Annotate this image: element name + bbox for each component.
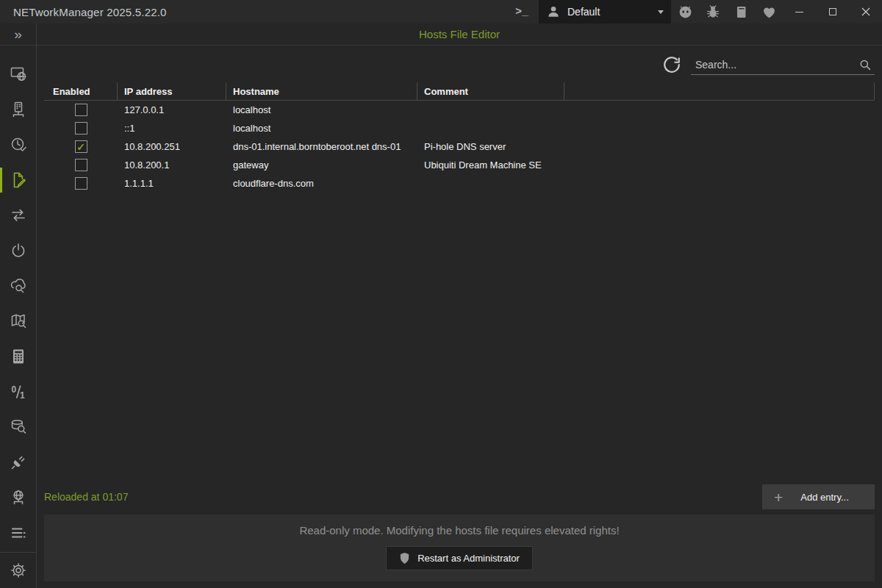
enabled-checkbox[interactable]: ✓: [75, 140, 87, 153]
person-icon: [546, 4, 561, 19]
listeners-icon: [10, 489, 27, 506]
cell-hostname: gateway: [226, 159, 417, 171]
plus-icon: +: [774, 490, 783, 505]
table-row[interactable]: 127.0.0.1 localhost: [44, 101, 875, 119]
table-row[interactable]: 1.1.1.1 cloudflare-dns.com: [44, 174, 875, 193]
cell-comment: Pi-hole DNS server: [417, 141, 564, 152]
github-icon[interactable]: [671, 0, 699, 24]
dashboard-icon: [10, 65, 27, 83]
cell-ip: 10.8.200.1: [118, 159, 226, 171]
content-area: Enabled IP address Hostname Comment 127.…: [37, 46, 882, 588]
profile-name: Default: [567, 6, 600, 18]
table-row[interactable]: 10.8.200.1 gateway Ubiquiti Dream Machin…: [44, 156, 875, 174]
cell-ip: 10.8.200.251: [118, 141, 226, 152]
column-header-ip-address[interactable]: IP address: [118, 82, 226, 100]
sidebar-item-ip-geolocation[interactable]: [0, 304, 36, 339]
cell-ip: 127.0.0.1: [118, 104, 226, 115]
enabled-checkbox[interactable]: [75, 122, 87, 135]
sidebar-item-hosts-file-editor[interactable]: [0, 162, 36, 198]
cell-hostname: localhost: [226, 123, 417, 134]
page-header: Hosts File Editor: [37, 24, 882, 46]
cell-hostname: dns-01.internal.borntoberoot.net dns-01: [226, 141, 417, 152]
table-row[interactable]: ✓ 10.8.200.251 dns-01.internal.borntober…: [44, 137, 875, 156]
window-title: NETworkManager 2025.5.22.0: [0, 6, 167, 18]
column-header-empty: [564, 82, 875, 100]
column-header-enabled[interactable]: Enabled: [44, 82, 118, 100]
network-interface-icon: [10, 101, 27, 118]
ip-geolocation-icon: [10, 312, 27, 330]
search-input[interactable]: [695, 59, 858, 71]
close-icon: [861, 7, 870, 16]
sidebar-item-arp-table[interactable]: [0, 515, 36, 551]
sidebar-item-ping-monitor[interactable]: [0, 127, 36, 162]
connections-icon: [10, 453, 27, 471]
active-indicator: [0, 168, 2, 193]
search-box: [691, 54, 875, 75]
sidebar-item-dns-lookup[interactable]: [0, 268, 36, 304]
cell-hostname: localhost: [226, 104, 417, 115]
sidebar: »: [0, 24, 37, 588]
sidebar-item-wake-on-lan[interactable]: [0, 233, 36, 268]
maximize-icon: [829, 8, 836, 15]
sidebar-item-settings[interactable]: [0, 553, 36, 588]
table-header-row: Enabled IP address Hostname Comment: [44, 82, 875, 101]
svg-text:1: 1: [20, 390, 25, 401]
add-entry-button[interactable]: + Add entry...: [762, 484, 875, 509]
readonly-banner: Read-only mode. Modifying the hosts file…: [44, 514, 875, 581]
sponsor-heart-icon[interactable]: [755, 0, 783, 24]
main-panel: Hosts File Editor: [37, 24, 882, 588]
ping-monitor-icon: [10, 136, 27, 154]
cell-hostname: cloudflare-dns.com: [226, 178, 417, 189]
titlebar: NETworkManager 2025.5.22.0 >_ Default: [0, 0, 882, 24]
reloaded-status: Reloaded at 01:07: [44, 491, 128, 503]
settings-gear-icon: [10, 562, 27, 579]
readonly-message: Read-only mode. Modifying the hosts file…: [299, 524, 619, 537]
search-icon: [858, 58, 872, 71]
sidebar-item-subnet-calculator[interactable]: [0, 339, 36, 374]
table-row[interactable]: ::1 localhost: [44, 119, 875, 137]
page-title: Hosts File Editor: [419, 28, 500, 40]
sidebar-item-lookup[interactable]: [0, 409, 36, 445]
cell-ip: 1.1.1.1: [118, 178, 226, 189]
minimize-icon: [795, 12, 803, 12]
status-row: Reloaded at 01:07 + Add entry...: [44, 481, 875, 513]
traceroute-icon: [10, 207, 27, 224]
sidebar-expand-button[interactable]: »: [0, 24, 36, 46]
profile-dropdown[interactable]: Default: [539, 0, 671, 24]
maximize-button[interactable]: [816, 0, 849, 24]
hosts-file-editor-icon: [10, 171, 27, 189]
sidebar-item-traceroute[interactable]: [0, 198, 36, 233]
sidebar-item-dashboard[interactable]: [0, 57, 36, 92]
sidebar-item-connections[interactable]: [0, 445, 36, 480]
cell-comment: Ubiquiti Dream Machine SE: [417, 159, 564, 171]
minimize-button[interactable]: [783, 0, 816, 24]
hosts-table: Enabled IP address Hostname Comment 127.…: [44, 82, 875, 193]
column-header-comment[interactable]: Comment: [417, 82, 564, 100]
refresh-icon: [662, 55, 681, 74]
bit-calculator-icon: 0 1: [10, 383, 27, 401]
dns-lookup-icon: [10, 277, 27, 295]
svg-text:0: 0: [11, 384, 16, 395]
close-button[interactable]: [849, 0, 882, 24]
sidebar-footer: [0, 552, 36, 588]
enabled-checkbox[interactable]: [75, 159, 87, 171]
arp-table-icon: [10, 524, 27, 542]
cell-ip: ::1: [118, 123, 226, 134]
run-command-icon[interactable]: >_: [511, 6, 539, 18]
bug-report-icon[interactable]: [699, 0, 727, 24]
column-header-hostname[interactable]: Hostname: [226, 82, 417, 100]
refresh-button[interactable]: [662, 54, 682, 75]
app-window: NETworkManager 2025.5.22.0 >_ Default: [0, 0, 882, 588]
shield-icon: [399, 552, 410, 564]
subnet-calculator-icon: [10, 348, 27, 365]
enabled-checkbox[interactable]: [75, 104, 87, 116]
wake-on-lan-icon: [10, 242, 27, 259]
toolbar: [44, 53, 875, 76]
documentation-icon[interactable]: [727, 0, 755, 24]
sidebar-item-listeners[interactable]: [0, 480, 36, 515]
sidebar-item-network-interface[interactable]: [0, 92, 36, 127]
enabled-checkbox[interactable]: [75, 177, 87, 190]
restart-as-administrator-button[interactable]: Restart as Administrator: [386, 546, 533, 570]
sidebar-item-bit-calculator[interactable]: 0 1: [0, 374, 36, 409]
chevron-down-icon: [658, 10, 664, 14]
